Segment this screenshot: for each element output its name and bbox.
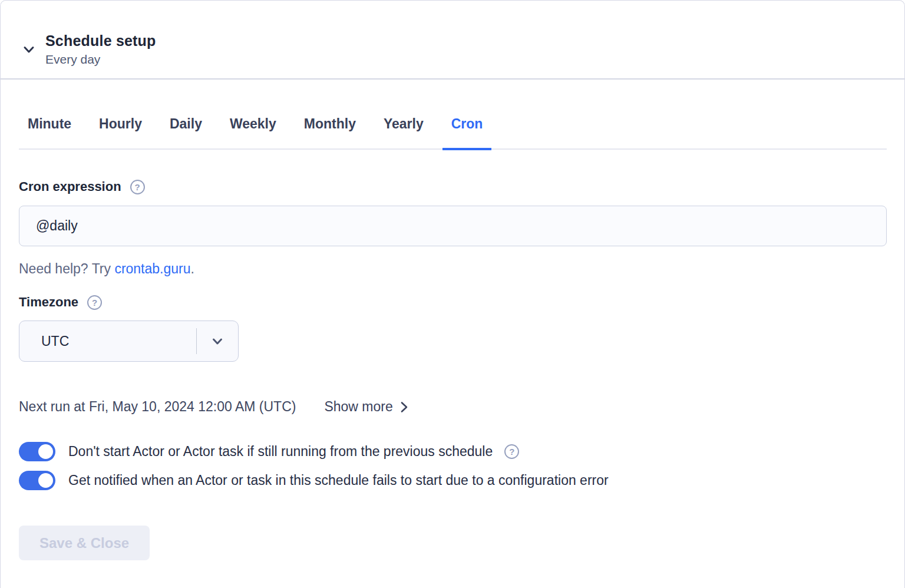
cron-help-prefix: Need help? Try bbox=[19, 261, 114, 276]
tab-minute[interactable]: Minute bbox=[19, 115, 80, 150]
panel-subtitle: Every day bbox=[45, 52, 156, 67]
header-texts: Schedule setup Every day bbox=[45, 32, 156, 67]
tab-monthly[interactable]: Monthly bbox=[295, 115, 365, 150]
cron-help-line: Need help? Try crontab.guru. bbox=[19, 261, 887, 277]
dont-start-toggle-label: Don't start Actor or Actor task if still… bbox=[68, 444, 493, 460]
timezone-selected-value: UTC bbox=[19, 333, 196, 349]
tab-weekly[interactable]: Weekly bbox=[221, 115, 285, 150]
crontab-guru-link[interactable]: crontab.guru bbox=[114, 261, 190, 276]
next-run-row: Next run at Fri, May 10, 2024 12:00 AM (… bbox=[19, 399, 887, 415]
show-more-label: Show more bbox=[324, 399, 392, 415]
panel-title: Schedule setup bbox=[45, 32, 156, 49]
toggle-row-notify: Get notified when an Actor or task in th… bbox=[19, 471, 887, 490]
cron-expression-label: Cron expression bbox=[19, 179, 121, 194]
timezone-help-icon[interactable]: ? bbox=[87, 295, 102, 310]
panel-body: Minute Hourly Daily Weekly Monthly Yearl… bbox=[1, 115, 904, 560]
collapse-chevron-down-icon[interactable] bbox=[21, 41, 37, 58]
dont-start-help-icon[interactable]: ? bbox=[504, 444, 519, 459]
next-run-text: Next run at Fri, May 10, 2024 12:00 AM (… bbox=[19, 399, 296, 415]
notify-toggle[interactable] bbox=[19, 471, 55, 490]
schedule-type-tabs: Minute Hourly Daily Weekly Monthly Yearl… bbox=[19, 115, 887, 150]
tab-cron[interactable]: Cron bbox=[442, 115, 492, 150]
chevron-right-icon bbox=[398, 400, 411, 414]
show-more-button[interactable]: Show more bbox=[324, 399, 410, 415]
panel-header: Schedule setup Every day bbox=[1, 1, 904, 80]
toggle-row-dont-start: Don't start Actor or Actor task if still… bbox=[19, 442, 887, 461]
select-chevron-down-icon bbox=[197, 333, 238, 349]
tab-yearly[interactable]: Yearly bbox=[375, 115, 432, 150]
cron-expression-input[interactable] bbox=[19, 206, 887, 246]
dont-start-toggle[interactable] bbox=[19, 442, 55, 461]
cron-help-suffix: . bbox=[191, 261, 194, 276]
cron-expression-help-icon[interactable]: ? bbox=[130, 180, 145, 194]
save-close-button[interactable]: Save & Close bbox=[19, 526, 150, 560]
tab-daily[interactable]: Daily bbox=[161, 115, 211, 150]
notify-toggle-label: Get notified when an Actor or task in th… bbox=[68, 473, 609, 488]
tab-hourly[interactable]: Hourly bbox=[90, 115, 151, 150]
schedule-setup-panel: Schedule setup Every day Minute Hourly D… bbox=[0, 0, 905, 588]
timezone-label-row: Timezone ? bbox=[19, 295, 887, 310]
timezone-select[interactable]: UTC bbox=[19, 321, 239, 362]
timezone-label: Timezone bbox=[19, 295, 78, 310]
cron-expression-label-row: Cron expression ? bbox=[19, 179, 887, 194]
